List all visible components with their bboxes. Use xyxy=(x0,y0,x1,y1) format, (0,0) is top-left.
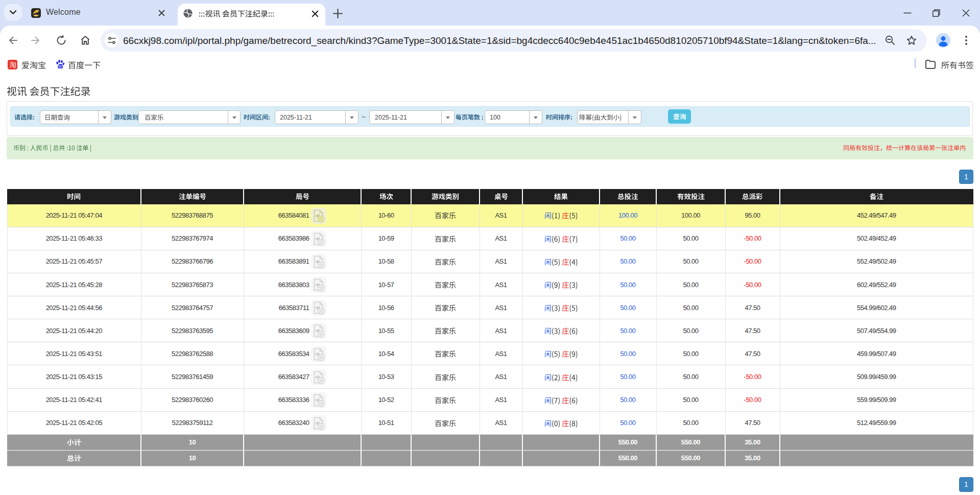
svg-text:du: du xyxy=(59,64,63,68)
